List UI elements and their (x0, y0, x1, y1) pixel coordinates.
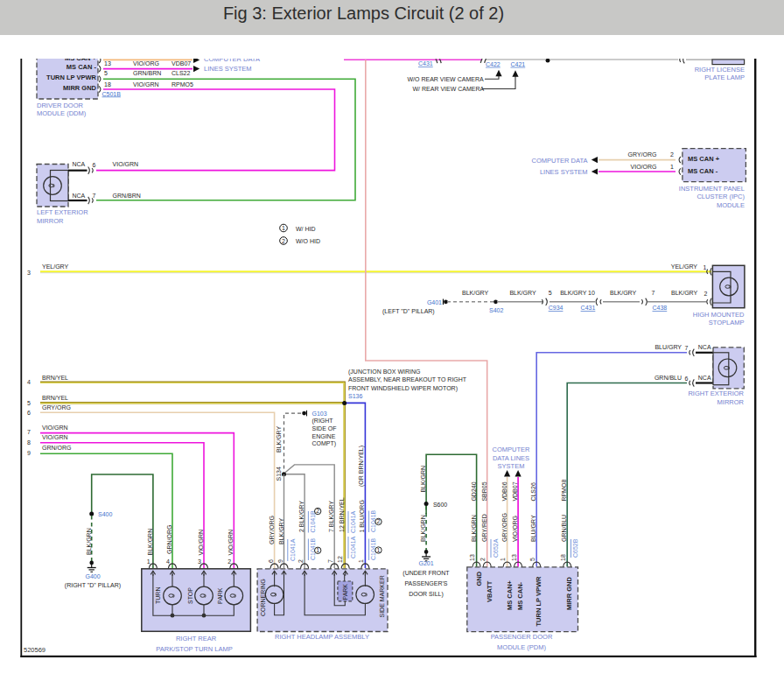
svg-text:(OR BRN/YEL): (OR BRN/YEL) (358, 446, 365, 487)
svg-text:C431: C431 (581, 305, 596, 311)
svg-text:4: 4 (166, 558, 170, 565)
svg-text:1: 1 (500, 558, 506, 561)
svg-text:5: 5 (104, 70, 108, 76)
svg-text:W/ REAR VIEW CAMERA: W/ REAR VIEW CAMERA (413, 86, 485, 92)
svg-text:SIDE OF: SIDE OF (312, 425, 337, 432)
svg-text:MIRR GND: MIRR GND (565, 577, 573, 610)
svg-text:MS CAN -: MS CAN - (66, 63, 97, 71)
svg-text:G103: G103 (312, 411, 327, 417)
svg-text:DOOR SILL): DOOR SILL) (409, 591, 444, 598)
svg-text:520569: 520569 (24, 646, 46, 654)
svg-text:LINES SYSTEM: LINES SYSTEM (204, 65, 252, 73)
svg-text:GRN/ORG: GRN/ORG (42, 445, 71, 451)
svg-text:C431: C431 (418, 60, 433, 67)
svg-text:S600: S600 (433, 502, 447, 508)
svg-text:2: 2 (228, 558, 231, 565)
svg-text:4: 4 (27, 379, 31, 385)
svg-text:STOPLAMP: STOPLAMP (709, 319, 745, 326)
svg-text:MIRR GND: MIRR GND (63, 84, 96, 92)
svg-text:6: 6 (93, 162, 96, 168)
svg-text:TURN: TURN (155, 587, 161, 604)
svg-text:C652A: C652A (493, 538, 499, 558)
svg-text:BLU/GRY: BLU/GRY (654, 344, 682, 350)
svg-text:(RIGHT: (RIGHT (312, 418, 334, 425)
svg-text:VIO/GRN: VIO/GRN (42, 425, 68, 431)
svg-text:C1041A: C1041A (350, 536, 356, 558)
svg-text:MS CAN +: MS CAN + (688, 155, 720, 163)
svg-text:BLK/GRN: BLK/GRN (147, 529, 153, 556)
svg-text:2: 2 (480, 558, 486, 561)
svg-text:NCA: NCA (698, 375, 711, 381)
svg-text:GRY/ORG: GRY/ORG (269, 516, 275, 544)
svg-text:TURN LP VPWR: TURN LP VPWR (535, 576, 542, 627)
svg-text:VDB07: VDB07 (172, 60, 191, 67)
svg-text:9: 9 (27, 450, 31, 456)
svg-text:3: 3 (198, 558, 201, 565)
svg-text:5: 5 (529, 558, 536, 561)
svg-text:BLK/GRY: BLK/GRY (462, 290, 489, 296)
svg-text:NCA: NCA (698, 344, 711, 350)
svg-text:BLK/GRN: BLK/GRN (86, 528, 92, 555)
svg-text:G201: G201 (418, 560, 433, 566)
svg-text:7: 7 (93, 193, 96, 199)
svg-text:GRN/BRN: GRN/BRN (113, 193, 141, 199)
svg-text:RIGHT REAR: RIGHT REAR (176, 635, 217, 642)
svg-text:8: 8 (27, 439, 31, 446)
svg-text:6: 6 (268, 559, 274, 563)
svg-text:SBR05: SBR05 (481, 481, 487, 501)
svg-text:1: 1 (316, 547, 319, 553)
svg-text:S402: S402 (489, 307, 503, 313)
svg-text:G401: G401 (427, 299, 442, 305)
svg-text:FRONT WINDSHIELD WIPER MOTOR): FRONT WINDSHIELD WIPER MOTOR) (348, 385, 458, 392)
svg-text:INSTRUMENT PANEL: INSTRUMENT PANEL (679, 185, 745, 193)
svg-text:VIO/GRN: VIO/GRN (113, 161, 139, 167)
svg-text:CLS22: CLS22 (172, 70, 191, 76)
svg-text:GRN/BLU: GRN/BLU (654, 375, 682, 381)
svg-text:BLK/GRN: BLK/GRN (420, 515, 426, 542)
svg-text:CLUSTER (IPC): CLUSTER (IPC) (696, 193, 745, 200)
svg-text:1: 1 (704, 264, 707, 270)
svg-text:BLK/GRN: BLK/GRN (420, 466, 426, 493)
svg-text:7: 7 (27, 429, 31, 435)
svg-text:3: 3 (27, 270, 31, 276)
svg-text:W/O REAR VIEW CAMERA: W/O REAR VIEW CAMERA (408, 76, 484, 82)
svg-text:GRY/RED: GRY/RED (481, 514, 487, 542)
svg-text:Fig 3: Exterior Lamps Circuit: Fig 3: Exterior Lamps Circuit (2 of 2) (223, 4, 504, 23)
svg-text:PASSENGER DOOR: PASSENGER DOOR (491, 633, 553, 641)
svg-text:W/O HID: W/O HID (296, 238, 320, 244)
svg-text:MIRROR: MIRROR (718, 398, 745, 406)
svg-text:HIGH MOUNTED: HIGH MOUNTED (693, 311, 745, 319)
svg-text:VIO/GRN: VIO/GRN (42, 434, 68, 440)
svg-text:1: 1 (282, 225, 285, 231)
svg-text:MS CAN-: MS CAN- (516, 581, 524, 610)
svg-text:MODULE (PDM): MODULE (PDM) (497, 643, 546, 651)
svg-text:C501B: C501B (102, 91, 122, 97)
svg-text:2: 2 (377, 518, 381, 524)
svg-text:2: 2 (704, 291, 708, 297)
svg-text:S136: S136 (348, 393, 362, 399)
svg-text:7 BLK/GRY: 7 BLK/GRY (328, 501, 334, 532)
svg-text:1: 1 (147, 558, 150, 565)
svg-text:RIGHT LICENSE: RIGHT LICENSE (695, 66, 745, 74)
svg-text:TURN LP VPWR: TURN LP VPWR (46, 74, 97, 81)
svg-text:MS CAN +: MS CAN + (65, 54, 97, 62)
svg-text:CLS26: CLS26 (530, 482, 536, 502)
svg-text:BLU/GRY: BLU/GRY (530, 515, 536, 542)
svg-text:CORNERING: CORNERING (260, 579, 266, 616)
svg-text:GRN/BRN: GRN/BRN (133, 70, 161, 76)
svg-text:BLK/GRY: BLK/GRY (610, 290, 637, 296)
svg-text:ENGINE: ENGINE (312, 433, 336, 439)
svg-text:2: 2 (282, 238, 285, 244)
svg-text:18: 18 (104, 81, 111, 88)
svg-text:DRIVER DOOR: DRIVER DOOR (37, 102, 84, 109)
svg-text:C421: C421 (511, 61, 526, 67)
svg-text:BRN/YEL: BRN/YEL (42, 395, 68, 401)
svg-text:LINES SYSTEM: LINES SYSTEM (540, 168, 588, 176)
svg-text:VIO/GRN: VIO/GRN (228, 530, 234, 556)
svg-text:BLK/GRY: BLK/GRY (278, 517, 284, 544)
svg-text:PLATE LAMP: PLATE LAMP (704, 74, 745, 81)
svg-text:2: 2 (670, 151, 674, 158)
svg-text:1 BLU/ORG: 1 BLU/ORG (359, 500, 365, 532)
svg-text:12: 12 (337, 556, 343, 563)
svg-text:GRY/ORG: GRY/ORG (501, 513, 508, 542)
